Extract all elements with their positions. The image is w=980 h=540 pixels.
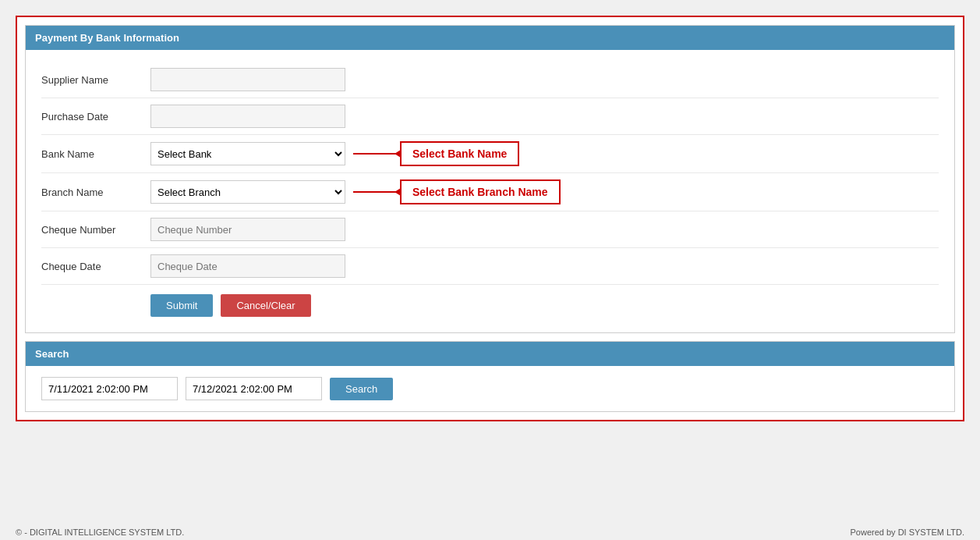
powered-by-text: Powered by DI SYSTEM LTD. bbox=[850, 528, 964, 537]
supplier-name-input[interactable] bbox=[150, 68, 345, 91]
payment-panel-header: Payment By Bank Information bbox=[26, 26, 954, 50]
search-panel-title: Search bbox=[35, 348, 69, 360]
bank-name-arrow-annotation: Select Bank Name bbox=[353, 141, 519, 166]
purchase-date-label: Purchase Date bbox=[41, 111, 150, 123]
branch-name-annotation-wrapper: Select Branch Select Bank Branch Name bbox=[150, 179, 561, 204]
bank-name-annotation-box: Select Bank Name bbox=[400, 141, 519, 166]
cheque-date-label: Cheque Date bbox=[41, 261, 150, 272]
purchase-date-row: Purchase Date bbox=[41, 98, 939, 135]
bank-name-label: Bank Name bbox=[41, 148, 150, 160]
branch-name-arrow-line bbox=[353, 191, 400, 193]
search-panel-body: Search bbox=[26, 366, 954, 411]
branch-name-annotation-text: Select Bank Branch Name bbox=[412, 186, 548, 198]
bank-name-arrow-line bbox=[353, 153, 400, 155]
search-panel-header: Search bbox=[26, 342, 954, 366]
cheque-date-input[interactable] bbox=[150, 254, 345, 278]
branch-name-annotation-box: Select Bank Branch Name bbox=[400, 179, 561, 204]
cheque-number-label: Cheque Number bbox=[41, 224, 150, 236]
purchase-date-input[interactable] bbox=[150, 105, 345, 128]
payment-panel: Payment By Bank Information Supplier Nam… bbox=[25, 25, 955, 333]
branch-name-label: Branch Name bbox=[41, 187, 150, 198]
payment-panel-title: Payment By Bank Information bbox=[35, 32, 179, 44]
cheque-number-row: Cheque Number bbox=[41, 211, 939, 248]
cheque-date-row: Cheque Date bbox=[41, 248, 939, 285]
copyright-text: © - DIGITAL INTELLIGENCE SYSTEM LTD. bbox=[16, 528, 184, 537]
search-panel: Search Search bbox=[25, 341, 955, 412]
bank-name-annotation-text: Select Bank Name bbox=[412, 147, 507, 160]
supplier-name-row: Supplier Name bbox=[41, 62, 939, 98]
cancel-button[interactable]: Cancel/Clear bbox=[221, 294, 310, 317]
date-from-input[interactable] bbox=[41, 377, 178, 400]
bank-name-annotation-wrapper: Select Bank Select Bank Name bbox=[150, 141, 519, 166]
search-button[interactable]: Search bbox=[330, 378, 393, 400]
form-buttons-row: Submit Cancel/Clear bbox=[41, 285, 939, 321]
branch-name-arrow-annotation: Select Bank Branch Name bbox=[353, 179, 561, 204]
cheque-number-input[interactable] bbox=[150, 218, 345, 241]
date-to-input[interactable] bbox=[186, 377, 322, 400]
bank-name-row: Bank Name Select Bank Select Bank Name bbox=[41, 135, 939, 173]
branch-name-row: Branch Name Select Branch Select Bank Br… bbox=[41, 173, 939, 211]
supplier-name-label: Supplier Name bbox=[41, 74, 150, 86]
bank-name-select[interactable]: Select Bank bbox=[150, 142, 345, 165]
branch-name-select[interactable]: Select Branch bbox=[150, 180, 345, 204]
submit-button[interactable]: Submit bbox=[150, 294, 213, 317]
